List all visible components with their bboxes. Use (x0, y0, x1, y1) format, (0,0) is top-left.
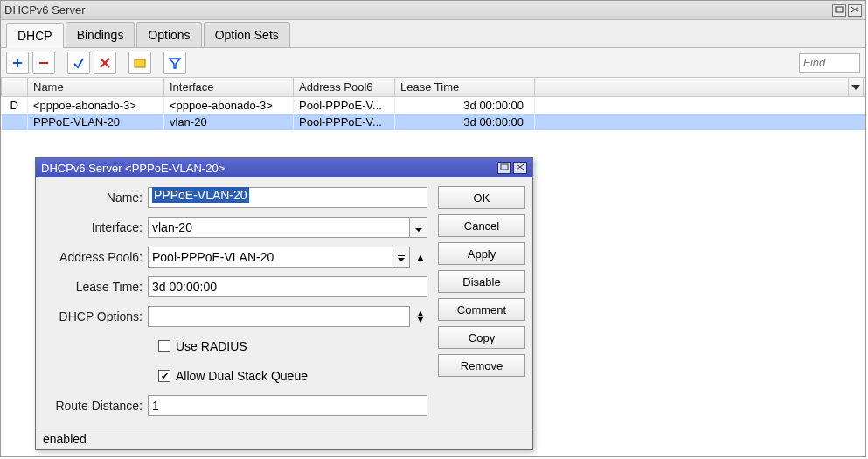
close-icon (851, 6, 859, 13)
chevron-down-icon (851, 85, 860, 90)
svg-marker-14 (415, 228, 422, 232)
col-spacer (535, 78, 865, 97)
tab-bar: DHCP Bindings Options Option Sets (1, 20, 865, 48)
plus-icon (10, 56, 24, 70)
table-row[interactable]: PPPoE-VLAN-20 vlan-20 Pool-PPPoE-V... 3d… (2, 114, 865, 130)
svg-rect-0 (836, 7, 843, 12)
name-input[interactable]: PPPoE-VLAN-20 (148, 187, 427, 208)
svg-rect-8 (135, 59, 145, 67)
use-radius-label: Use RADIUS (176, 339, 247, 353)
button-column: OK Cancel Apply Disable Comment Copy Rem… (438, 186, 525, 424)
restore-icon (835, 6, 844, 13)
route-input[interactable]: 1 (148, 395, 427, 416)
lease-input[interactable]: 3d 00:00:00 (148, 276, 427, 297)
note-icon (133, 56, 147, 70)
pool-label: Address Pool6: (43, 250, 148, 264)
toolbar (1, 48, 865, 78)
dual-stack-label: Allow Dual Stack Queue (176, 369, 308, 383)
comment-button[interactable]: Comment (438, 298, 525, 321)
copy-button[interactable]: Copy (438, 326, 525, 349)
pool-dropdown[interactable] (392, 247, 410, 268)
col-name[interactable]: Name (28, 78, 164, 97)
dropdown-icon (398, 253, 405, 261)
filter-input[interactable] (799, 53, 860, 73)
minus-icon (37, 56, 51, 70)
col-lease[interactable]: Lease Time (395, 78, 535, 97)
svg-marker-16 (398, 258, 405, 261)
col-flag[interactable] (2, 78, 28, 97)
close-button[interactable] (848, 4, 862, 17)
edit-dialog: DHCPv6 Server <PPPoE-VLAN-20> Name: PPPo… (35, 157, 533, 450)
funnel-icon (168, 56, 182, 70)
svg-marker-10 (851, 85, 860, 90)
opts-spinner[interactable]: ▲▼ (413, 310, 427, 323)
restore-icon (500, 163, 509, 170)
opts-label: DHCP Options: (43, 309, 148, 323)
window-title: DHCPv6 Server (4, 3, 85, 17)
svg-rect-11 (501, 164, 508, 170)
interface-dropdown[interactable] (410, 217, 427, 238)
remove-button[interactable]: Remove (438, 354, 525, 377)
interface-label: Interface: (43, 220, 148, 234)
dialog-restore-button[interactable] (497, 162, 511, 174)
tab-option-sets[interactable]: Option Sets (204, 22, 290, 47)
check-icon (72, 56, 86, 70)
filter-button[interactable] (163, 52, 186, 74)
ok-button[interactable]: OK (438, 186, 525, 209)
dialog-title-bar: DHCPv6 Server <PPPoE-VLAN-20> (36, 158, 532, 177)
pool-collapse[interactable]: ▲ (413, 252, 427, 262)
svg-marker-9 (170, 59, 180, 68)
tab-bindings[interactable]: Bindings (66, 22, 135, 47)
enable-button[interactable] (67, 52, 90, 74)
use-radius-checkbox[interactable] (158, 340, 170, 352)
close-icon (516, 163, 524, 170)
svg-rect-15 (415, 226, 422, 226)
lease-label: Lease Time: (43, 280, 148, 294)
dual-stack-checkbox[interactable]: ✔ (158, 370, 170, 382)
col-pool[interactable]: Address Pool6 (294, 78, 395, 97)
opts-input[interactable] (148, 306, 410, 327)
form-column: Name: PPPoE-VLAN-20 Interface: vlan-20 A… (43, 186, 427, 424)
remove-button[interactable] (32, 52, 55, 74)
apply-button[interactable]: Apply (438, 242, 525, 265)
col-interface[interactable]: Interface (164, 78, 294, 97)
dropdown-icon (415, 223, 422, 232)
svg-rect-17 (398, 255, 405, 256)
columns-menu-button[interactable] (848, 78, 864, 97)
dialog-title: DHCPv6 Server <PPPoE-VLAN-20> (41, 162, 225, 175)
server-table: Name Interface Address Pool6 Lease Time … (1, 78, 865, 130)
tab-dhcp[interactable]: DHCP (6, 23, 64, 48)
comment-button[interactable] (128, 52, 151, 74)
name-label: Name: (43, 191, 148, 205)
pool-input[interactable]: Pool-PPPoE-VLAN-20 (148, 247, 392, 268)
dialog-close-button[interactable] (513, 162, 527, 174)
table-row[interactable]: D <pppoe-abonado-3> <pppoe-abonado-3> Po… (2, 97, 865, 115)
restore-button[interactable] (832, 4, 846, 17)
route-label: Route Distance: (43, 399, 148, 413)
add-button[interactable] (6, 52, 29, 74)
dialog-status: enabled (36, 428, 532, 449)
tab-options[interactable]: Options (136, 22, 201, 47)
x-icon (98, 56, 112, 70)
disable-button[interactable]: Disable (438, 270, 525, 293)
table-header-row: Name Interface Address Pool6 Lease Time (2, 78, 865, 97)
disable-button[interactable] (94, 52, 116, 74)
title-bar: DHCPv6 Server (1, 1, 865, 20)
cancel-button[interactable]: Cancel (438, 214, 525, 237)
interface-input[interactable]: vlan-20 (148, 217, 410, 238)
